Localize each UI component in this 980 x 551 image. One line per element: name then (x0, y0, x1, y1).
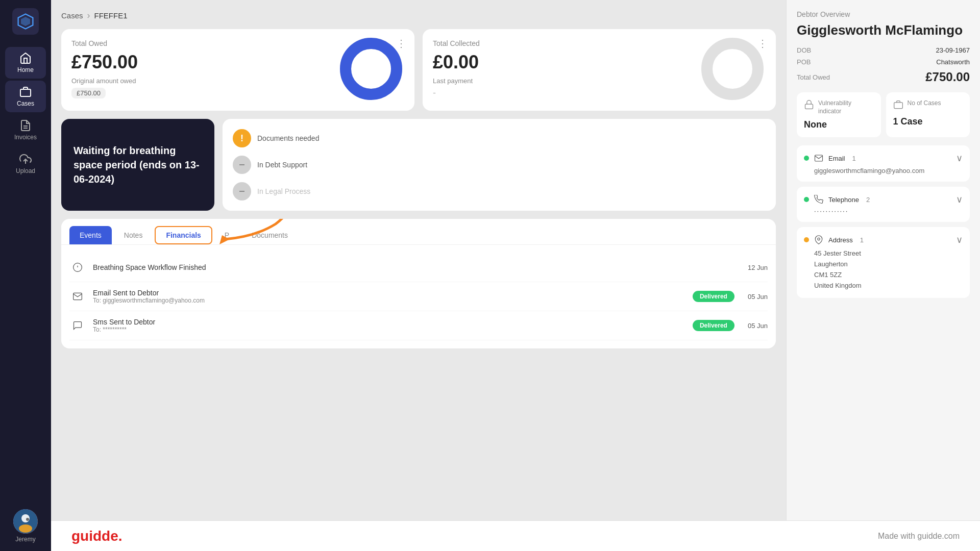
cases-card: No of Cases 1 Case (886, 92, 970, 137)
sidebar-item-upload[interactable]: Upload (5, 148, 46, 180)
event-title-breathing: Breathing Space Workflow Finished (93, 263, 734, 271)
event-row-email: Email Sent to Debtor To: gigglesworthmcf… (69, 282, 768, 311)
tab-notes[interactable]: Notes (114, 226, 153, 244)
app-logo[interactable] (12, 8, 39, 35)
total-collected-donut (699, 36, 766, 104)
email-count: 1 (852, 155, 856, 162)
event-details-breathing: Breathing Space Workflow Finished (93, 263, 734, 271)
telephone-section: Telephone 2 ∨ ············ (797, 187, 970, 222)
svg-point-23 (818, 238, 820, 240)
telephone-masked: ············ (814, 207, 963, 215)
vulnerability-header: Vulnerability indicator (804, 99, 874, 115)
address-line3: CM1 5ZZ (814, 271, 842, 279)
svg-point-8 (19, 524, 32, 533)
email-detail: gigglesworthmcflamingo@yahoo.com (814, 167, 963, 174)
email-dot (804, 156, 809, 161)
svg-marker-1 (21, 17, 30, 26)
email-left: Email 1 (804, 154, 856, 163)
event-date-email: 05 Jun (748, 293, 768, 300)
tabs-panel: Events Notes Financials P Documents Brea… (61, 219, 776, 348)
pob-row: POB Chatsworth (797, 58, 970, 66)
tab-p[interactable]: P (214, 226, 239, 244)
event-date-sms: 05 Jun (748, 322, 768, 330)
address-expand-icon[interactable]: ∨ (956, 234, 963, 245)
tabs-header: Events Notes Financials P Documents (61, 219, 776, 245)
badge-sms-delivered: Delivered (693, 320, 734, 331)
debtor-overview-title: Debtor Overview (797, 10, 970, 18)
avatar[interactable] (13, 509, 38, 534)
email-icon (69, 288, 86, 305)
alert-icon: ! (233, 129, 251, 147)
cards-row: ⋮ Total Owed £750.00 Original amount owe… (61, 29, 776, 111)
debtor-name: Gigglesworth McFlamingo (797, 22, 970, 38)
cases-icon (893, 99, 903, 112)
address-details: 45 Jester Street Laugherton CM1 5ZZ Unit… (814, 248, 963, 291)
svg-point-12 (357, 55, 385, 83)
vulnerability-value: None (804, 119, 874, 130)
sidebar-item-invoices[interactable]: Invoices (5, 114, 46, 146)
telephone-header: Telephone 2 ∨ (804, 194, 963, 205)
sidebar-item-cases-label: Cases (17, 100, 34, 107)
sidebar-item-home-label: Home (17, 66, 34, 73)
telephone-expand-icon[interactable]: ∨ (956, 194, 963, 205)
event-details-email: Email Sent to Debtor To: gigglesworthmcf… (93, 289, 685, 304)
cases-header: No of Cases (893, 99, 963, 112)
dob-label: DOB (797, 46, 811, 54)
workflow-icon (69, 259, 86, 276)
event-details-sms: Sms Sent to Debtor To: ********** (93, 318, 685, 333)
address-line4: United Kingdom (814, 282, 862, 289)
telephone-icon (814, 195, 823, 204)
status-card-light: ! Documents needed In Debt Support In (223, 119, 776, 211)
status-item-debt-support: In Debt Support (233, 156, 766, 174)
telephone-dot (804, 197, 809, 202)
status-documents-label: Documents needed (257, 134, 319, 142)
dash-icon-legal (233, 182, 251, 201)
total-owed-debtor-label: Total Owed (797, 73, 830, 81)
email-icon-right (814, 154, 823, 163)
status-item-documents: ! Documents needed (233, 129, 766, 147)
status-row: Waiting for breathing space period (ends… (61, 119, 776, 211)
breadcrumb-parent[interactable]: Cases (61, 11, 83, 20)
telephone-type-label: Telephone (828, 196, 859, 204)
address-section: Address 1 ∨ 45 Jester Street Laugherton … (797, 227, 970, 298)
status-card-dark: Waiting for breathing space period (ends… (61, 119, 214, 211)
address-label: Address (828, 236, 853, 244)
total-collected-sub-value: - (433, 88, 436, 98)
sidebar-item-home[interactable]: Home (5, 47, 46, 79)
tab-financials[interactable]: Financials (155, 226, 212, 244)
email-section: Email 1 ∨ gigglesworthmcflamingo@yahoo.c… (797, 145, 970, 182)
status-legal-label: In Legal Process (257, 187, 310, 195)
vulnerability-card: Vulnerability indicator None (797, 92, 881, 137)
breadcrumb-current: FFEFFE1 (94, 11, 128, 20)
pob-label: POB (797, 58, 811, 66)
sidebar-item-cases[interactable]: Cases (5, 81, 46, 112)
address-dot (804, 237, 809, 242)
footer: guidde. Made with guidde.com (51, 520, 980, 551)
right-panel: Debtor Overview Gigglesworth McFlamingo … (786, 0, 980, 520)
event-title-sms: Sms Sent to Debtor (93, 318, 685, 326)
content-area: Cases › FFEFFE1 ⋮ Total Owed £750.00 Ori… (51, 0, 980, 520)
sidebar-item-upload-label: Upload (16, 167, 35, 174)
breadcrumb-separator: › (87, 10, 90, 21)
event-sub-sms: To: ********** (93, 326, 685, 333)
total-owed-sub-value: £750.00 (71, 88, 106, 98)
tab-events[interactable]: Events (69, 226, 112, 244)
status-debt-label: In Debt Support (257, 161, 307, 169)
center-panel: Cases › FFEFFE1 ⋮ Total Owed £750.00 Ori… (51, 0, 786, 520)
event-row-breathing-space: Breathing Space Workflow Finished 12 Jun (69, 253, 768, 282)
event-row-sms: Sms Sent to Debtor To: ********** Delive… (69, 311, 768, 340)
dob-row: DOB 23-09-1967 (797, 46, 970, 54)
vulnerability-label: Vulnerability indicator (818, 99, 874, 115)
tab-documents[interactable]: Documents (241, 226, 298, 244)
telephone-count: 2 (866, 196, 870, 204)
main-content: Cases › FFEFFE1 ⋮ Total Owed £750.00 Ori… (51, 0, 980, 551)
svg-point-14 (718, 55, 747, 83)
email-expand-icon[interactable]: ∨ (956, 153, 963, 164)
cases-label: No of Cases (908, 99, 941, 108)
event-title-email: Email Sent to Debtor (93, 289, 685, 297)
sidebar-item-invoices-label: Invoices (14, 134, 37, 141)
total-collected-card: ⋮ Total Collected £0.00 Last payment - (423, 29, 776, 111)
total-owed-card: ⋮ Total Owed £750.00 Original amount owe… (61, 29, 414, 111)
total-owed-donut (338, 36, 404, 104)
address-line1: 45 Jester Street (814, 249, 861, 257)
